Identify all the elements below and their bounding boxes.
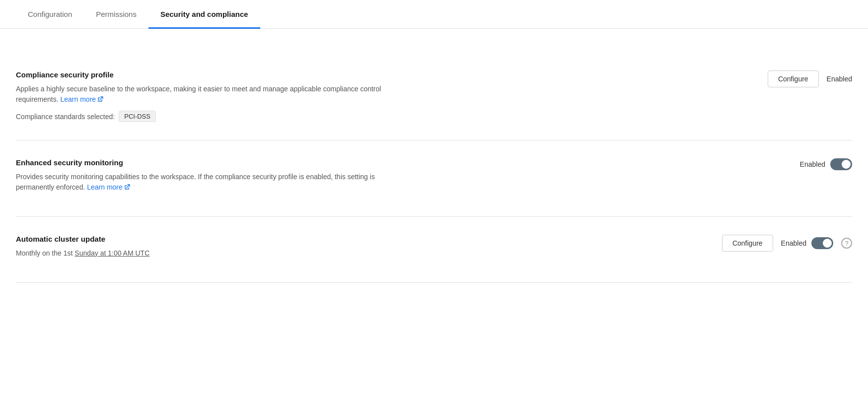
monitoring-toggle-thumb bbox=[842, 160, 851, 169]
compliance-configure-button[interactable]: Configure bbox=[768, 70, 819, 87]
cluster-update-subtitle-text: Monthly on the 1st bbox=[16, 249, 72, 257]
cluster-update-subtitle: Monthly on the 1st Sunday at 1:00 AM UTC bbox=[16, 248, 403, 259]
compliance-standards-label: Compliance standards selected: bbox=[16, 113, 115, 121]
monitoring-toggle[interactable] bbox=[830, 158, 852, 170]
section-compliance-profile: Compliance security profile Applies a hi… bbox=[16, 53, 852, 140]
cluster-configure-button[interactable]: Configure bbox=[722, 235, 773, 252]
cluster-help-icon[interactable]: ? bbox=[841, 238, 852, 249]
section-left-monitoring: Enhanced security monitoring Provides se… bbox=[16, 158, 403, 199]
tab-configuration[interactable]: Configuration bbox=[16, 0, 84, 29]
monitoring-toggle-group: Enabled bbox=[800, 158, 852, 170]
external-link-icon-2 bbox=[124, 184, 130, 190]
cluster-toggle-thumb bbox=[823, 239, 832, 248]
security-monitoring-title: Enhanced security monitoring bbox=[16, 158, 403, 167]
section-left-compliance: Compliance security profile Applies a hi… bbox=[16, 70, 403, 122]
security-monitoring-desc-text: Provides security monitoring capabilitie… bbox=[16, 173, 375, 191]
cluster-update-title: Automatic cluster update bbox=[16, 235, 403, 243]
section-right-compliance: Configure Enabled bbox=[748, 70, 852, 87]
security-monitoring-learn-more[interactable]: Learn more bbox=[87, 183, 130, 191]
compliance-badge: PCI-DSS bbox=[119, 111, 156, 122]
compliance-standards-row: Compliance standards selected: PCI-DSS bbox=[16, 111, 403, 122]
external-link-icon bbox=[97, 96, 103, 102]
section-right-cluster: Configure Enabled ? bbox=[702, 235, 852, 252]
cluster-status: Enabled bbox=[781, 239, 806, 247]
compliance-profile-learn-more[interactable]: Learn more bbox=[60, 95, 103, 103]
monitoring-toggle-track bbox=[830, 158, 852, 170]
tab-security[interactable]: Security and compliance bbox=[148, 0, 260, 29]
security-monitoring-desc: Provides security monitoring capabilitie… bbox=[16, 172, 403, 193]
section-left-cluster: Automatic cluster update Monthly on the … bbox=[16, 235, 403, 265]
cluster-update-schedule-link[interactable]: Sunday at 1:00 AM UTC bbox=[74, 249, 149, 257]
cluster-toggle-track bbox=[811, 237, 833, 249]
tab-bar: Configuration Permissions Security and c… bbox=[0, 0, 868, 29]
cluster-toggle-group: Enabled bbox=[781, 237, 833, 249]
section-security-monitoring: Enhanced security monitoring Provides se… bbox=[16, 140, 852, 217]
section-cluster-update: Automatic cluster update Monthly on the … bbox=[16, 217, 852, 283]
cluster-toggle[interactable] bbox=[811, 237, 833, 249]
compliance-status: Enabled bbox=[827, 75, 852, 83]
main-content: Compliance security profile Applies a hi… bbox=[0, 29, 868, 283]
tab-permissions[interactable]: Permissions bbox=[84, 0, 148, 29]
section-right-monitoring: Enabled bbox=[780, 158, 852, 170]
monitoring-status: Enabled bbox=[800, 160, 825, 168]
compliance-profile-desc: Applies a highly secure baseline to the … bbox=[16, 84, 403, 105]
compliance-profile-title: Compliance security profile bbox=[16, 70, 403, 79]
